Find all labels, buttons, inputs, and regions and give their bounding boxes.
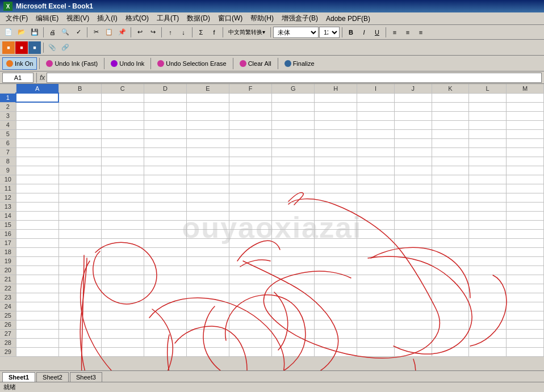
cell-B10[interactable] xyxy=(58,175,101,184)
cell-D13[interactable] xyxy=(144,202,186,211)
cell-B19[interactable] xyxy=(58,256,101,265)
cell-D29[interactable] xyxy=(144,347,186,356)
cell-M8[interactable] xyxy=(507,157,544,166)
cell-D19[interactable] xyxy=(144,256,186,265)
cell-G23[interactable] xyxy=(272,293,315,302)
row-header-21[interactable]: 21 xyxy=(0,275,16,284)
cell-K22[interactable] xyxy=(432,284,469,293)
cell-C11[interactable] xyxy=(101,184,144,193)
undo-ink-fast-button[interactable]: Undo Ink (Fast) xyxy=(42,57,102,70)
cell-I8[interactable] xyxy=(357,157,395,166)
cell-K2[interactable] xyxy=(432,102,469,111)
cell-G18[interactable] xyxy=(272,247,315,256)
row-header-26[interactable]: 26 xyxy=(0,320,16,329)
cell-J6[interactable] xyxy=(394,138,432,147)
cell-M9[interactable] xyxy=(507,166,544,175)
cell-G12[interactable] xyxy=(272,193,315,202)
cell-F17[interactable] xyxy=(229,238,272,247)
cell-H23[interactable] xyxy=(315,293,357,302)
cell-G13[interactable] xyxy=(272,202,315,211)
cell-D25[interactable] xyxy=(144,311,186,320)
cell-E22[interactable] xyxy=(186,284,229,293)
cell-G21[interactable] xyxy=(272,275,315,284)
cell-I15[interactable] xyxy=(357,220,395,229)
cell-J7[interactable] xyxy=(394,147,432,157)
cell-B24[interactable] xyxy=(58,302,101,311)
cell-L26[interactable] xyxy=(469,320,507,329)
cell-B5[interactable] xyxy=(58,129,101,138)
cell-I21[interactable] xyxy=(357,275,395,284)
cell-J1[interactable] xyxy=(394,93,432,102)
row-header-13[interactable]: 13 xyxy=(0,202,16,211)
cell-L20[interactable] xyxy=(469,265,507,275)
cell-L3[interactable] xyxy=(469,111,507,120)
cell-D4[interactable] xyxy=(144,120,186,129)
align-center-button[interactable]: ≡ xyxy=(401,26,414,39)
cell-K16[interactable] xyxy=(432,229,469,238)
cell-E5[interactable] xyxy=(186,129,229,138)
cell-F20[interactable] xyxy=(229,265,272,275)
cell-M27[interactable] xyxy=(507,329,544,338)
cell-E18[interactable] xyxy=(186,247,229,256)
row-header-27[interactable]: 27 xyxy=(0,329,16,338)
cell-L23[interactable] xyxy=(469,293,507,302)
cell-C27[interactable] xyxy=(101,329,144,338)
cell-H8[interactable] xyxy=(315,157,357,166)
cell-M11[interactable] xyxy=(507,184,544,193)
cell-A23[interactable] xyxy=(16,293,58,302)
cell-J2[interactable] xyxy=(394,102,432,111)
cell-L14[interactable] xyxy=(469,211,507,220)
cell-B25[interactable] xyxy=(58,311,101,320)
cell-D17[interactable] xyxy=(144,238,186,247)
preview-button[interactable]: 🔍 xyxy=(59,26,72,39)
cell-J23[interactable] xyxy=(394,293,432,302)
finalize-button[interactable]: Finalize xyxy=(281,57,319,70)
col-header-J[interactable]: J xyxy=(394,84,432,93)
charset-button[interactable]: 中文简繁转换▾ xyxy=(225,26,268,39)
cell-L15[interactable] xyxy=(469,220,507,229)
cell-A11[interactable] xyxy=(16,184,58,193)
italic-button[interactable]: I xyxy=(358,26,370,39)
cell-J9[interactable] xyxy=(394,166,432,175)
cell-K1[interactable] xyxy=(432,93,469,102)
cell-L6[interactable] xyxy=(469,138,507,147)
cell-I23[interactable] xyxy=(357,293,395,302)
print-button[interactable]: 🖨 xyxy=(46,26,58,39)
cell-H29[interactable] xyxy=(315,347,357,356)
cell-C16[interactable] xyxy=(101,229,144,238)
cell-H5[interactable] xyxy=(315,129,357,138)
cell-K21[interactable] xyxy=(432,275,469,284)
cell-K13[interactable] xyxy=(432,202,469,211)
cell-M7[interactable] xyxy=(507,147,544,157)
cell-I19[interactable] xyxy=(357,256,395,265)
cell-K8[interactable] xyxy=(432,157,469,166)
cell-A9[interactable] xyxy=(16,166,58,175)
cell-C1[interactable] xyxy=(101,93,144,102)
cell-G26[interactable] xyxy=(272,320,315,329)
cell-G20[interactable] xyxy=(272,265,315,275)
cell-C21[interactable] xyxy=(101,275,144,284)
cell-G27[interactable] xyxy=(272,329,315,338)
cell-J20[interactable] xyxy=(394,265,432,275)
cell-L12[interactable] xyxy=(469,193,507,202)
cell-A7[interactable] xyxy=(16,147,58,157)
cell-B1[interactable] xyxy=(58,93,101,102)
cell-L13[interactable] xyxy=(469,202,507,211)
font-select[interactable]: 未体 xyxy=(273,27,319,38)
cell-J27[interactable] xyxy=(394,329,432,338)
row-header-10[interactable]: 10 xyxy=(0,175,16,184)
cell-I1[interactable] xyxy=(357,93,395,102)
row-header-24[interactable]: 24 xyxy=(0,302,16,311)
new-button[interactable]: 📄 xyxy=(2,26,15,39)
cell-M2[interactable] xyxy=(507,102,544,111)
cell-I25[interactable] xyxy=(357,311,395,320)
cell-B27[interactable] xyxy=(58,329,101,338)
cell-M17[interactable] xyxy=(507,238,544,247)
cell-M25[interactable] xyxy=(507,311,544,320)
cell-F12[interactable] xyxy=(229,193,272,202)
menu-window[interactable]: 窗口(W) xyxy=(215,13,246,24)
cell-L1[interactable] xyxy=(469,93,507,102)
menu-insert[interactable]: 插入(I) xyxy=(94,13,120,24)
row-header-17[interactable]: 17 xyxy=(0,238,16,247)
cell-ref-input[interactable] xyxy=(2,73,34,83)
